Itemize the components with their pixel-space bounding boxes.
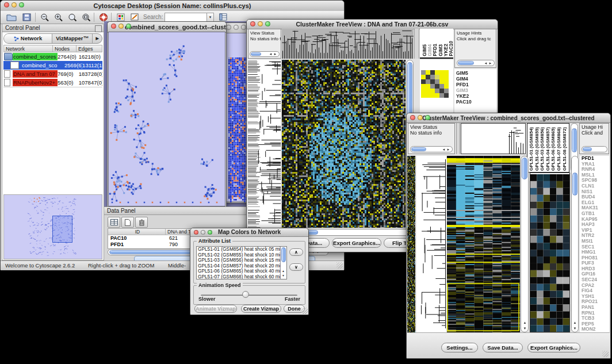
create-vizmap-button[interactable]: Create Vizmap [241,305,281,313]
minimize-icon[interactable] [418,115,423,120]
column-label[interactable]: GPL51-01 (GSM854) [529,127,534,171]
minimize-icon[interactable] [118,24,124,29]
close-icon[interactable] [111,24,116,29]
column-label[interactable]: GPL51-06 (GSM865) [550,127,556,171]
delete-attribute-trash-icon[interactable] [135,217,148,228]
column-header-network[interactable]: Network [3,45,53,52]
column-label[interactable]: GPL51-03 (GSM856) [540,127,545,171]
minimize-icon[interactable] [258,21,263,26]
slider-thumb[interactable] [242,291,249,298]
zoom-in-icon[interactable] [52,12,65,22]
close-icon[interactable] [250,21,255,26]
network-window-1[interactable]: combined_scores_good.txt--cluste... [107,21,227,206]
close-icon[interactable] [226,25,231,30]
column-label[interactable]: PAC10 [448,41,453,56]
settings-button[interactable]: Settings... [441,343,478,352]
network-edges: 13112(15) [82,62,102,68]
tv1-row-dendrogram-canvas[interactable] [248,60,281,228]
attribute-item[interactable]: GPL51-07 (GSM868) heat shock 60 min [197,274,280,280]
close-icon[interactable] [410,115,415,120]
export-graphics-button[interactable]: Export Graphics... [527,343,580,352]
move-up-button[interactable]: ∧ [289,248,303,256]
zoom-window-icon[interactable] [241,25,246,30]
view-status-hscrollbar[interactable]: ◄► [250,51,280,57]
tv1-heatmap-canvas[interactable] [282,60,406,228]
column-label[interactable]: PFD1 [432,44,438,56]
gene-label[interactable]: MON2 [580,327,609,332]
tv2-zoom-heatmap-canvas[interactable] [530,174,569,332]
float-panel-icon[interactable] [95,25,102,32]
network-row[interactable]: combined_sco2569(6)13112(15) [3,61,102,70]
new-attribute-icon[interactable] [121,217,134,228]
tv1-column-dendrogram-canvas[interactable] [282,29,414,59]
tv2-row-dendrogram-canvas[interactable] [416,156,446,332]
tab-vizmapper[interactable]: VizMapper™ [52,34,93,43]
column-header-nodes[interactable]: Nodes [53,45,76,52]
tv2-column-dendrogram-canvas[interactable] [508,125,525,154]
resize-grip[interactable] [301,308,308,314]
close-icon[interactable] [194,230,198,235]
birdseye-canvas[interactable] [4,195,102,259]
animate-vizmap-button[interactable]: Animate Vizmap [194,305,237,313]
view-status-hscrollbar[interactable]: ◄► [410,146,453,152]
tv2-zoom-vscrollbar[interactable]: ▲▼ [571,156,579,332]
zoom-window-icon[interactable] [425,115,430,120]
attribute-list-vscrollbar[interactable]: ▲ ▼ [280,247,286,279]
close-icon[interactable] [4,2,9,7]
column-label[interactable]: GPL51-04 (GSM857) [545,127,550,171]
dialog-title-bar[interactable]: Map Colors to Network [190,228,308,237]
zoom-fit-icon[interactable] [80,12,93,22]
window-controls[interactable] [4,2,24,7]
network1-view[interactable] [108,32,225,206]
network-row[interactable]: DNA and Tran 07769(0)183728(0) [3,70,102,78]
gene-label[interactable]: GIM4 [454,76,496,82]
tv2-global-overview-canvas[interactable] [407,156,415,332]
minimize-icon[interactable] [12,2,17,7]
tv2-title-bar[interactable]: ClusterMaker TreeView : combined_scores_… [407,113,610,123]
gene-label[interactable]: GIM5 [454,70,496,76]
gene-label[interactable]: YKE2 [454,93,496,99]
column-label[interactable]: GPL51-02 (GSM855) [534,127,540,171]
tv1-title-bar[interactable]: ClusterMaker TreeView : DNA and Tran 07-… [247,20,498,29]
zoom-selected-icon[interactable] [66,12,79,22]
column-header-edges[interactable]: Edges [76,45,102,52]
export-graphics-button[interactable]: Export Graphics... [332,238,381,248]
gene-label[interactable]: GIM3 [454,87,496,93]
column-header-id[interactable]: ID [108,229,166,235]
save-icon[interactable] [20,12,33,22]
minimize-icon[interactable] [201,230,205,235]
tv2-heatmap-vscrollbar[interactable]: ▲▼ [521,156,529,332]
tab-overflow-arrow[interactable]: ▶ [93,34,102,43]
resize-grip[interactable] [336,262,343,269]
select-attributes-icon[interactable] [108,217,120,228]
tv1-splitter[interactable] [414,29,419,59]
zoom-window-icon[interactable] [265,21,270,26]
main-title-bar[interactable]: Cytoscape Desktop (Session Name: collins… [1,1,344,12]
resize-grip[interactable] [602,351,609,357]
zoom-window-icon[interactable] [208,230,212,235]
tab-network[interactable]: Network [4,34,52,43]
gene-label[interactable]: PFD1 [454,82,496,87]
birdseye-view-panel [3,194,102,259]
usage-hints-hscrollbar[interactable]: ◄► [457,60,495,66]
tv2-splitter[interactable] [456,123,460,154]
zoom-out-icon[interactable] [39,12,51,22]
minimize-icon[interactable] [234,25,239,30]
move-down-button[interactable]: ∨ [289,263,303,271]
column-label[interactable]: GPL51-07 (GSM868) [556,127,561,171]
attribute-listbox[interactable]: GPL51-01 (GSM854) heat shock 05 minGPL51… [196,246,287,279]
network-canvas[interactable] [109,32,225,206]
network-row[interactable]: RNAPuberNov2+563(0)107847(0) [3,78,102,87]
usage-hints-hscrollbar[interactable] [582,146,607,152]
gene-label[interactable]: PAC10 [454,99,496,105]
tv2-heatmap-canvas[interactable] [447,156,520,332]
network-row[interactable]: combined_scores2764(0)16218(0) [3,52,102,61]
search-dropdown-icon[interactable]: ▼ [206,13,214,22]
save-data-button[interactable]: Save Data... [483,343,523,352]
search-input[interactable] [165,13,209,22]
column-label[interactable]: GPL51-08 (GSM872) [562,127,567,171]
open-folder-icon[interactable] [5,12,18,22]
zoom-window-icon[interactable] [19,2,24,7]
tv1-mini-heatmap-canvas[interactable] [421,70,449,98]
zoom-window-icon[interactable] [126,24,131,29]
